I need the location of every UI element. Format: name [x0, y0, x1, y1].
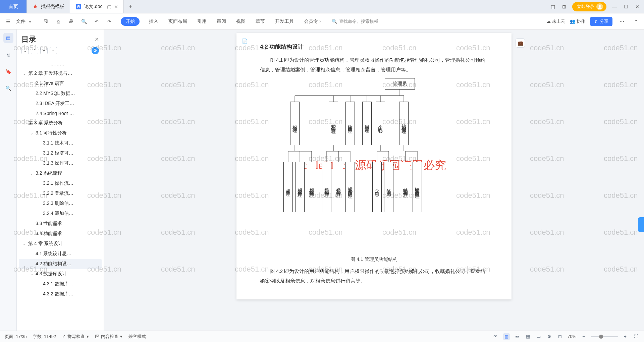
- print-icon[interactable]: 🖶: [66, 17, 76, 26]
- outline-item[interactable]: 3.1.2 经济可…: [19, 148, 102, 158]
- zoom-slider[interactable]: [591, 336, 618, 337]
- outline-item[interactable]: 3.2.1 操作流…: [19, 178, 102, 188]
- outline-item[interactable]: 2.3 IDEA 开发工…: [19, 99, 102, 109]
- template-icon: [32, 4, 38, 10]
- remove-icon[interactable]: −: [50, 47, 57, 54]
- zoom-value[interactable]: 70%: [568, 334, 576, 339]
- present-icon[interactable]: ▢: [107, 4, 111, 9]
- tab-home[interactable]: 首页: [0, 0, 27, 13]
- outline-item[interactable]: 3.1.1 技术可…: [19, 138, 102, 148]
- tab-review[interactable]: 审阅: [216, 17, 227, 26]
- word-count[interactable]: 字数: 11492: [33, 334, 56, 340]
- outline-item[interactable]: 3.2.4 添加信…: [19, 209, 102, 219]
- outline-item[interactable]: 3.2.2 登录流…: [19, 188, 102, 198]
- figure-caption: 图 4.1 管理员功能结构: [260, 256, 488, 263]
- document-area[interactable]: 📄 💼 4.2 功能结构设计 图 4.1 即为设计的管理员功能结构，管理员权限操…: [104, 30, 644, 331]
- outline-icon[interactable]: ▤: [3, 33, 13, 43]
- undo-icon[interactable]: ↶: [92, 17, 101, 26]
- minimize-icon[interactable]: —: [611, 3, 618, 10]
- outline-item[interactable]: ⌄第 3 章 系统分析: [19, 118, 102, 128]
- zoom-in-icon[interactable]: +: [622, 333, 629, 340]
- outline-item[interactable]: 3.3 性能需求: [19, 219, 102, 229]
- outline-item[interactable]: 4.1 系统设计思…: [19, 249, 102, 259]
- diagram-node: 结婚案例收藏管理: [413, 162, 422, 212]
- diagram-node: 修改密码: [384, 162, 393, 212]
- preview-icon[interactable]: 🔍: [79, 17, 89, 26]
- apps-icon[interactable]: ⊞: [561, 3, 568, 10]
- web-view-icon[interactable]: ▦: [525, 333, 531, 340]
- outline-item[interactable]: ⌄3.2 系统流程: [19, 168, 102, 178]
- share-button[interactable]: ⇪分享: [590, 17, 612, 26]
- tab-chapter[interactable]: 章节: [255, 17, 266, 26]
- outline-view-icon[interactable]: ☲: [514, 333, 521, 340]
- expand-all-icon[interactable]: ⌃: [31, 47, 38, 54]
- zoom-out-icon[interactable]: −: [580, 333, 587, 340]
- tab-ref[interactable]: 引用: [197, 17, 207, 26]
- fullscreen-icon[interactable]: ⛶: [633, 333, 639, 340]
- outline-tree[interactable]: ………⌄第 2 章 开发环境与…2.1 Java 语言2.2 MYSQL 数据……: [17, 58, 104, 306]
- sidebar-toggle-icon[interactable]: 💼: [516, 38, 525, 48]
- maximize-icon[interactable]: ☐: [623, 3, 629, 10]
- cloud-status[interactable]: ☁未上云: [546, 18, 565, 24]
- outline-item[interactable]: 4.3.1 数据库…: [19, 279, 102, 289]
- collapse-all-icon[interactable]: ⌄: [21, 47, 29, 54]
- outline-item[interactable]: ⌄第 2 章 开发环境与…: [19, 68, 102, 78]
- new-tab-button[interactable]: +: [124, 0, 137, 13]
- close-outline-icon[interactable]: ✕: [95, 36, 99, 43]
- outline-item[interactable]: ………: [19, 59, 102, 68]
- compat-mode[interactable]: 兼容模式: [128, 334, 146, 340]
- outline-item[interactable]: 3.1.3 操作可…: [19, 158, 102, 168]
- search-command[interactable]: 🔍 查找命令、搜索模板: [332, 18, 378, 24]
- nav-icon[interactable]: ⎘: [3, 50, 13, 60]
- outline-item[interactable]: 2.2 MYSQL 数据…: [19, 89, 102, 99]
- diagram-node: 婚礼公司管理: [334, 162, 343, 212]
- search-icon: 🔍: [332, 19, 337, 24]
- find-icon[interactable]: 🔍: [3, 83, 13, 93]
- tab-document[interactable]: W 论文.doc ▢ ✕: [70, 0, 124, 13]
- left-rail: ▤ ⎘ 🔖 🔍: [0, 30, 17, 331]
- save-icon[interactable]: 🖫: [41, 17, 50, 26]
- file-menu[interactable]: 文件: [16, 18, 25, 24]
- outline-item[interactable]: 2.4 Spring Boot …: [19, 109, 102, 118]
- login-button[interactable]: 立即登录: [572, 2, 606, 11]
- collapse-icon[interactable]: ⌃: [631, 17, 641, 26]
- more-icon[interactable]: ⋯: [617, 17, 627, 26]
- export-icon[interactable]: ⎙: [54, 17, 63, 26]
- outline-item[interactable]: ⌄4.3 数据库设计: [19, 269, 102, 279]
- outline-item[interactable]: 4.2 功能结构设…: [19, 259, 102, 269]
- tab-layout[interactable]: 页面布局: [168, 17, 188, 26]
- tab-start[interactable]: 开始: [121, 17, 140, 26]
- tab-member[interactable]: 会员专 ›: [303, 17, 322, 26]
- spellcheck-button[interactable]: ✓ 拼写检查 ▾: [62, 334, 89, 340]
- bookmark-icon[interactable]: 🔖: [3, 66, 13, 76]
- tab-insert[interactable]: 插入: [148, 17, 159, 26]
- tab-template[interactable]: 找稻壳模板: [27, 0, 70, 13]
- paragraph: 图 4.1 即为设计的管理员功能结构，管理员权限操作的功能包括管理婚礼公司，管理…: [260, 55, 488, 75]
- right-handle[interactable]: [638, 217, 644, 232]
- outline-item[interactable]: ⌄第 4 章 系统设计: [19, 239, 102, 249]
- add-icon[interactable]: +: [40, 47, 48, 54]
- tools-icon[interactable]: ⚙: [546, 333, 553, 340]
- content-check-button[interactable]: 🗟 内容检查 ▾: [95, 334, 122, 340]
- menu-icon[interactable]: ☰: [3, 17, 13, 26]
- coop-button[interactable]: 👥协作: [570, 18, 585, 24]
- page-indicator[interactable]: 页面: 17/35: [5, 334, 27, 340]
- redo-icon[interactable]: ↷: [105, 17, 114, 26]
- read-view-icon[interactable]: ▭: [535, 333, 542, 340]
- outline-item[interactable]: 3.4 功能需求: [19, 229, 102, 239]
- outline-item[interactable]: 3.2.3 删除信…: [19, 198, 102, 209]
- page-view-icon[interactable]: ▥: [503, 333, 510, 340]
- zoom-fit-icon[interactable]: ⊡: [557, 333, 564, 340]
- eye-icon[interactable]: 👁: [492, 333, 499, 340]
- section-heading: 4.2 功能结构设计: [260, 43, 488, 51]
- layout-icon[interactable]: ◫: [549, 3, 556, 10]
- tab-dev[interactable]: 开发工具: [274, 17, 294, 26]
- diagram-node: 轮播图管理: [345, 102, 355, 145]
- tab-view[interactable]: 视图: [235, 17, 246, 26]
- close-icon[interactable]: ✕: [114, 4, 118, 9]
- outline-item[interactable]: ⌄3.1 可行性分析: [19, 128, 102, 138]
- outline-item[interactable]: 4.3.2 数据库…: [19, 289, 102, 299]
- sync-badge-icon[interactable]: ⟳: [92, 47, 99, 54]
- close-window-icon[interactable]: ✕: [634, 3, 641, 10]
- outline-item[interactable]: 2.1 Java 语言: [19, 78, 102, 89]
